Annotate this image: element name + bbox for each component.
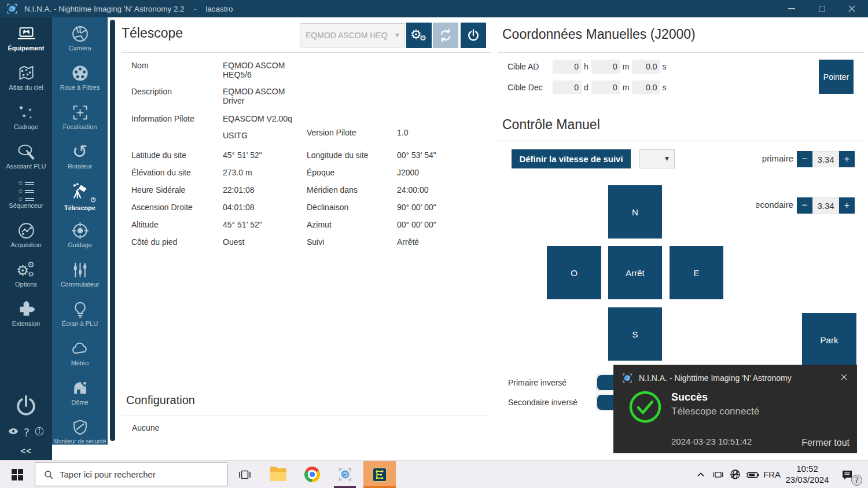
sidebar-item-assistant-plu[interactable]: Assistant PLU bbox=[0, 142, 52, 170]
move-north-button[interactable]: N bbox=[608, 185, 662, 239]
sidebar-item-acquisition[interactable]: Acquisition bbox=[0, 221, 52, 248]
search-input[interactable] bbox=[60, 469, 227, 479]
tray-language-button[interactable]: FRA bbox=[762, 461, 782, 488]
primary-rate-input[interactable] bbox=[812, 151, 839, 167]
park-button[interactable]: Park bbox=[802, 313, 856, 366]
close-button[interactable] bbox=[847, 4, 856, 13]
secondary-rate-increase-button[interactable]: + bbox=[839, 197, 855, 214]
notification-toast: N.I.N.A. - Nighttime Imaging 'N' Astrono… bbox=[613, 365, 857, 453]
unit-label: m bbox=[623, 62, 630, 71]
chevron-down-icon: ▼ bbox=[665, 156, 669, 162]
sidebar-collapse-button[interactable]: << bbox=[0, 446, 52, 456]
maximize-button[interactable] bbox=[817, 4, 826, 13]
info-label: Information Pilote bbox=[131, 114, 223, 123]
minimize-button[interactable] bbox=[787, 4, 796, 13]
primary-rate-increase-button[interactable]: + bbox=[839, 151, 855, 167]
eqmod-taskbar-button[interactable] bbox=[363, 461, 396, 488]
minus-icon: − bbox=[802, 200, 808, 211]
info-value: 00° 00' 00" bbox=[397, 220, 496, 229]
sidebar-item-meteo[interactable]: Météo bbox=[52, 339, 108, 366]
info-label: Altitude bbox=[131, 220, 223, 229]
sidebar-item-label: Séquenceur bbox=[9, 202, 43, 209]
ra-minutes-input[interactable] bbox=[591, 60, 620, 74]
sidebar-item-commutateur[interactable]: Commutateur bbox=[52, 260, 108, 288]
disconnect-all-button[interactable] bbox=[0, 392, 52, 419]
move-south-button[interactable]: S bbox=[608, 307, 662, 361]
dec-degrees-input[interactable] bbox=[553, 80, 582, 94]
flat-panel-icon bbox=[71, 300, 90, 319]
sidebar-item-telescope[interactable]: Télescope bbox=[52, 182, 108, 211]
tray-clock[interactable]: 10:52 23/03/2024 bbox=[782, 461, 832, 488]
secondary-rate-label: secondaire bbox=[756, 200, 793, 210]
night-mode-button[interactable] bbox=[8, 427, 19, 438]
help-button[interactable]: ? bbox=[24, 427, 30, 438]
info-value: Arrêté bbox=[397, 237, 496, 247]
file-explorer-button[interactable] bbox=[265, 461, 292, 488]
dec-seconds-input[interactable] bbox=[632, 80, 660, 94]
tray-battery-button[interactable] bbox=[744, 461, 762, 488]
sidebar-item-moniteur-de-securite[interactable]: Moniteur de sécurité bbox=[52, 418, 108, 445]
ra-seconds-input[interactable] bbox=[632, 60, 660, 74]
sky-atlas-icon bbox=[17, 64, 36, 83]
info-label: Nom bbox=[131, 61, 223, 70]
sidebar-item-cadrage[interactable]: ✦ ✦ ✦ ✦ Cadrage bbox=[0, 103, 52, 130]
disconnect-telescope-button[interactable] bbox=[461, 23, 486, 48]
sidebar-item-label: Écran à PLU bbox=[62, 320, 98, 327]
move-west-button[interactable]: O bbox=[547, 246, 601, 299]
sidebar-item-label: Rotateur bbox=[68, 163, 92, 170]
sidebar-item-sequenceur[interactable]: ☆ ☆ ☆ Séquenceur bbox=[0, 182, 52, 209]
start-button[interactable] bbox=[0, 461, 35, 488]
sidebar-item-focalisation[interactable]: Focalisation bbox=[52, 103, 108, 130]
toast-app-title: N.I.N.A. - Nighttime Imaging 'N' Astrono… bbox=[639, 373, 792, 383]
info-value: 90° 00' 00" bbox=[397, 203, 496, 212]
taskbar-search[interactable] bbox=[35, 463, 227, 486]
camera-icon bbox=[71, 24, 90, 43]
set-tracking-rate-button[interactable]: Définir la vitesse de suivi bbox=[512, 149, 631, 168]
sidebar-item-dome[interactable]: Dôme bbox=[52, 379, 108, 406]
primary-rate-decrease-button[interactable]: − bbox=[797, 151, 812, 167]
device-select[interactable]: EQMOD ASCOM HEQ ▼ bbox=[300, 23, 405, 47]
table-row: Latitude du site 45° 51' 52" Longitude d… bbox=[131, 151, 502, 168]
dec-minutes-input[interactable] bbox=[591, 80, 620, 94]
toast-close-all-button[interactable]: Fermer tout bbox=[801, 438, 849, 448]
info-value: 1.0 bbox=[397, 128, 496, 137]
filter-wheel-icon bbox=[71, 64, 90, 83]
search-icon bbox=[43, 469, 54, 480]
tray-expand-button[interactable] bbox=[693, 461, 708, 488]
manual-control-title: Contrôle Manuel bbox=[502, 117, 600, 133]
secondary-rate-input[interactable] bbox=[812, 197, 839, 214]
stop-motion-button[interactable]: Arrêt bbox=[608, 246, 662, 299]
page-title: Télescope bbox=[122, 25, 183, 41]
device-settings-button[interactable]: ⚙ ⚙ bbox=[406, 23, 432, 48]
toast-close-button[interactable] bbox=[840, 373, 848, 383]
sidebar-item-ecran-a-plu[interactable]: Écran à PLU bbox=[52, 300, 108, 327]
nina-app-window: { "colors": { "titlebar": "#17425f", "si… bbox=[0, 0, 868, 488]
info-value: 273.0 m bbox=[223, 168, 293, 177]
sidebar-item-label: Guidage bbox=[68, 241, 92, 248]
task-view-button[interactable] bbox=[231, 461, 258, 488]
nina-taskbar-button[interactable] bbox=[331, 461, 359, 488]
ra-hours-input[interactable] bbox=[553, 60, 582, 74]
tracking-rate-select[interactable]: ▼ bbox=[639, 149, 675, 168]
chrome-button[interactable] bbox=[299, 461, 325, 488]
notification-badge: 7 bbox=[851, 475, 862, 486]
flat-wizard-icon bbox=[17, 142, 36, 162]
secondary-rate-decrease-button[interactable]: − bbox=[797, 197, 812, 214]
sidebar-item-guidage[interactable]: Guidage bbox=[52, 221, 108, 248]
tray-network-button[interactable] bbox=[727, 461, 743, 488]
sidebar-item-extension[interactable]: Extension bbox=[0, 300, 52, 327]
sidebar-item-rotateur[interactable]: ↺ Rotateur bbox=[52, 142, 108, 170]
slew-button[interactable]: Pointer bbox=[819, 60, 854, 94]
tray-display-button[interactable] bbox=[711, 461, 726, 488]
sidebar-scrollbar[interactable] bbox=[110, 20, 115, 441]
move-east-button[interactable]: E bbox=[670, 246, 723, 299]
table-row: Altitude 45° 51' 52" Azimut 00° 00' 00" bbox=[131, 220, 502, 237]
action-center-button[interactable]: 7 bbox=[836, 461, 859, 488]
about-button[interactable] bbox=[34, 426, 45, 439]
sidebar-item-roue-a-filtres[interactable]: Roue à Filtres bbox=[52, 64, 108, 91]
sidebar-item-atlas-du-ciel[interactable]: Atlas du ciel bbox=[0, 64, 52, 91]
sidebar-item-camera[interactable]: Caméra bbox=[52, 24, 108, 52]
rescan-devices-button[interactable] bbox=[433, 23, 458, 48]
sidebar-item-options[interactable]: ⚙ ⚙ ⚙ Options bbox=[0, 260, 52, 288]
sidebar-item-equipement[interactable]: Équipement bbox=[0, 24, 52, 52]
